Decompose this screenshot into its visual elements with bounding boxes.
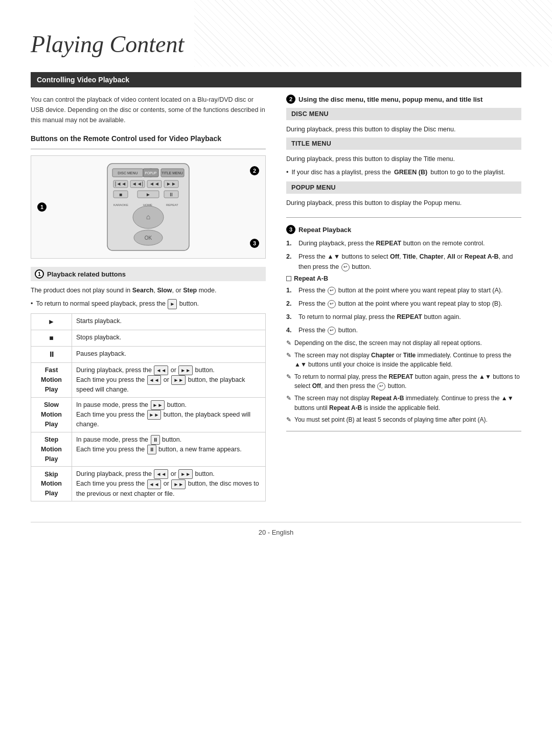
svg-text:POPUP: POPUP: [145, 171, 157, 175]
note-icon-4: ✎: [286, 394, 291, 413]
playback-intro: The product does not play sound in Searc…: [31, 285, 266, 295]
forward-icon3: ►►: [151, 400, 165, 410]
popup-menu-bar: POPUP MENU: [286, 181, 521, 194]
pause-icon-cell: ⏸: [31, 346, 72, 362]
callout-3-badge: 3: [286, 225, 295, 234]
repeat-steps: 1. During playback, press the REPEAT but…: [286, 238, 521, 272]
page-number: 20 - English: [259, 529, 294, 536]
forward-icon4: ►►: [147, 410, 162, 420]
playback-table: ► Starts playback. ■ Stops playback. ⏸ P…: [31, 313, 266, 502]
note-icon-2: ✎: [286, 351, 291, 370]
page-title: Playing Content: [31, 31, 521, 58]
remote-diagram: 1 2 3 DISC MENU: [31, 155, 266, 259]
svg-text:OK: OK: [145, 235, 152, 241]
callout-2-badge: 2: [286, 95, 295, 104]
step-desc: In pause mode, press the ⏸ button. Each …: [72, 432, 266, 467]
repeat-note-1: ✎ Depending on the disc, the screen may …: [286, 338, 521, 348]
repeat-btn-2: ↩: [328, 300, 336, 308]
svg-text:◄◄|: ◄◄|: [132, 181, 143, 187]
note-icon-1: ✎: [286, 338, 291, 348]
svg-text:⌂: ⌂: [146, 213, 150, 221]
callout-1: 1: [37, 202, 47, 212]
note-icon-3: ✎: [286, 372, 291, 391]
stop-desc: Stops playback.: [72, 330, 266, 346]
title-menu-note-1: If your disc has a playlist, press the G…: [286, 167, 521, 177]
repeat-step-1: 1. During playback, press the REPEAT but…: [286, 238, 521, 248]
callout3-title: Repeat Playback: [298, 226, 351, 234]
table-row-step: StepMotionPlay In pause mode, press the …: [31, 432, 266, 467]
title-menu-text: During playback, press this button to di…: [286, 154, 521, 164]
slow-desc: In pause mode, press the ►► button. Each…: [72, 397, 266, 432]
callout-3: 3: [250, 239, 259, 248]
left-column: You can control the playback of video co…: [31, 95, 266, 507]
rewind-icon2: ◄◄: [147, 375, 162, 385]
slow-label: SlowMotionPlay: [31, 397, 72, 432]
fast-label: FastMotionPlay: [31, 362, 72, 397]
callout-1-circle: 1: [35, 269, 44, 279]
svg-text:REPEAT: REPEAT: [166, 203, 178, 207]
callout2-title: Using the disc menu, title menu, popup m…: [298, 96, 482, 103]
table-row-skip: SkipMotionPlay During playback, press th…: [31, 467, 266, 501]
svg-text:DISC MENU: DISC MENU: [118, 171, 137, 175]
repeat-ab-step-3: 3. To return to normal play, press the R…: [286, 312, 521, 322]
remote-control-svg: DISC MENU TITLE MENU POPUP |◄◄: [77, 161, 220, 253]
table-row-slow: SlowMotionPlay In pause mode, press the …: [31, 397, 266, 432]
repeat-note-2: ✎ The screen may not display Chapter or …: [286, 351, 521, 370]
repeat-notes: ✎ Depending on the disc, the screen may …: [286, 338, 521, 425]
title-menu-bar: TITLE MENU: [286, 138, 521, 150]
skip-desc: During playback, press the ◄◄ or ►► butt…: [72, 467, 266, 501]
repeat-ab-head: Repeat A-B: [286, 275, 521, 282]
repeat-btn-1: ↩: [328, 287, 336, 295]
table-row-play: ► Starts playback.: [31, 313, 266, 330]
repeat-ab-label: Repeat A-B: [294, 275, 328, 282]
callout3-head: 3 Repeat Playback: [286, 225, 521, 234]
rewind-icon4: ◄◄: [147, 479, 162, 489]
repeat-step-2: 2. Press the ▲▼ buttons to select Off, T…: [286, 251, 521, 272]
svg-text:|◄◄: |◄◄: [115, 181, 126, 187]
stop-icon-cell: ■: [31, 330, 72, 346]
disc-menu-bar: DISC MENU: [286, 108, 521, 120]
playback-notes: To return to normal speed playback, pres…: [31, 299, 266, 309]
disc-menu-section: 2 Using the disc menu, title menu, popup…: [286, 95, 521, 208]
title-menu-notes: If your disc has a playlist, press the G…: [286, 167, 521, 177]
intro-text: You can control the playback of video co…: [31, 95, 266, 125]
repeat-ab-step-1: 1. Press the ↩ button at the point where…: [286, 285, 521, 295]
repeat-playback-section: 3 Repeat Playback 1. During playback, pr…: [286, 225, 521, 431]
section-title-bar: Controlling Video Playback: [31, 72, 521, 87]
callout2-head: 2 Using the disc menu, title menu, popup…: [286, 95, 521, 104]
disc-menu-text: During playback, press this button to di…: [286, 124, 521, 134]
repeat-btn-3: ↩: [328, 327, 336, 335]
forward-icon5: ►►: [178, 469, 193, 479]
svg-text:►: ►: [146, 192, 151, 197]
forward-icon6: ►►: [171, 479, 186, 489]
repeat-note-3: ✎ To return to normal play, press the RE…: [286, 372, 521, 391]
pause-icon2: ⏸: [151, 435, 160, 445]
svg-text:⏸: ⏸: [169, 192, 174, 197]
note-icon-5: ✎: [286, 415, 291, 425]
svg-text:◄◄: ◄◄: [149, 181, 159, 187]
pause-desc: Pauses playback.: [72, 346, 266, 362]
pause-icon3: ⏸: [147, 445, 156, 454]
checkbox-icon: [286, 276, 291, 281]
repeat-note-5: ✎ You must set point (B) at least 5 seco…: [286, 415, 521, 425]
playback-section-label: Playback related buttons: [47, 270, 126, 278]
playback-section-head: 1 Playback related buttons: [31, 267, 266, 281]
callout-2: 2: [250, 166, 259, 175]
rewind-icon: ◄◄: [154, 365, 168, 375]
rewind-icon3: ◄◄: [154, 469, 168, 479]
table-row-pause: ⏸ Pauses playback.: [31, 346, 266, 362]
note-normal-speed: To return to normal speed playback, pres…: [31, 299, 266, 309]
table-row-stop: ■ Stops playback.: [31, 330, 266, 346]
enter-btn-icon-2: ↩: [377, 382, 385, 391]
table-row-fast: FastMotionPlay During playback, press th…: [31, 362, 266, 397]
repeat-ab-step-4: 4. Press the ↩ button.: [286, 325, 521, 335]
enter-btn-icon: ↩: [341, 263, 350, 271]
forward-icon2: ►►: [171, 375, 186, 385]
svg-text:■: ■: [119, 192, 122, 197]
svg-text:TITLE MENU: TITLE MENU: [162, 171, 183, 175]
play-icon: ►: [168, 299, 177, 309]
svg-text:KARAOKE: KARAOKE: [113, 203, 128, 207]
repeat-ab-step-2: 2. Press the ↩ button at the point where…: [286, 299, 521, 309]
popup-menu-text: During playback, press this button to di…: [286, 198, 521, 208]
step-label: StepMotionPlay: [31, 432, 72, 467]
